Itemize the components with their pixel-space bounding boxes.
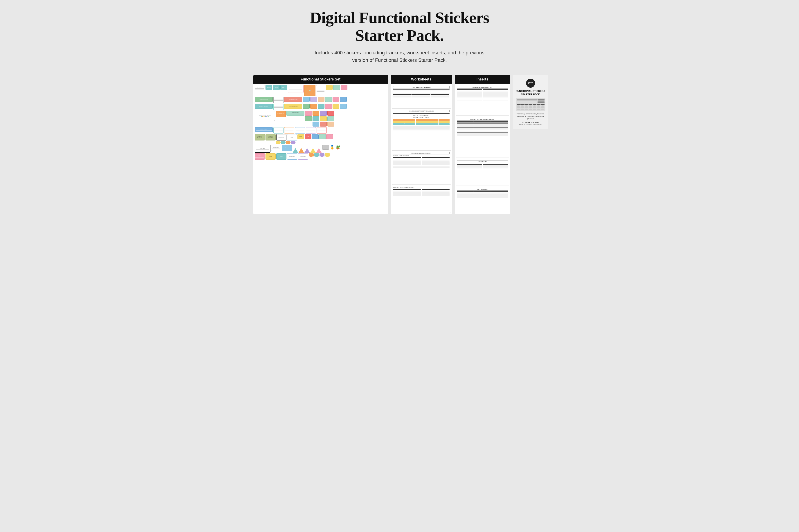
insert-budget: MONTHLY BILL AND BUDGET TRACKER: [456, 117, 509, 158]
sticker-mini-group-2: [312, 111, 319, 127]
triangle-yellow: [310, 148, 316, 153]
sticker-item: [303, 97, 310, 102]
ws-30-day-title: CREATE YOUR OWN 30 DAY CHALLENGE: [393, 110, 450, 112]
sticker-item: 📊: [304, 85, 315, 96]
cover-cal-headers: [516, 104, 545, 105]
ws-col-1: [393, 94, 412, 98]
insert-packing-col-1: [457, 164, 483, 170]
tag-purple: [320, 153, 325, 156]
stickers-content: TO DO LIST TRACKER NOTES HABIT BILL TR: [253, 83, 388, 214]
ws-30-day-italic: CREATE YOUR OWN30-DAY CHALLENGE: [393, 114, 450, 118]
sticker-item: [310, 97, 317, 102]
sticker-item: [295, 127, 305, 133]
sticker-item: [303, 104, 310, 109]
sticker-group-row6: Project Tracker Weekly TO DO TO DO: [276, 134, 335, 144]
insert-budget-title: MONTHLY BILL AND BUDGET TRACKER: [457, 118, 508, 121]
panel-cover: Passion Planner FUNCTIONAL STICKERS STAR…: [513, 75, 548, 129]
cover-sticker-count: 147 DIGITAL STICKERS: [522, 121, 539, 123]
insert-budget-col-2: [474, 121, 491, 136]
sticker-arrow-orange: [286, 141, 291, 144]
sticker-triangles: [293, 145, 322, 153]
sticker-item: [312, 134, 319, 139]
sticker-mini-group-4: [327, 111, 334, 127]
sticker-item: [306, 127, 316, 133]
sticker-item: BOOKS I'VE READ: [255, 127, 273, 132]
insert-col-1: [457, 89, 483, 100]
tag-orange: [309, 153, 314, 156]
insert-gift-col-2: [474, 191, 491, 198]
ws-travel: TRAVEL PLANNING WORKSHEET OUTLINE YOUR I…: [392, 150, 451, 185]
sticker-row-5: BOOKS I'VE READ: [255, 127, 386, 133]
sticker-item: MOTIVATION PLAN: [255, 97, 273, 102]
sticker-item: [318, 104, 325, 109]
insert-packing-col-2: [483, 164, 508, 170]
sticker-item: [312, 111, 319, 116]
sticker-item: [322, 145, 329, 150]
sticker-item: [284, 127, 294, 133]
cover-preview-row-1: [516, 99, 545, 103]
insert-gift-col-1: [457, 191, 474, 198]
tag-teal: [314, 153, 319, 156]
sticker-row-4: MONTHLY MOOD TRACKER 30 DAYS TO DO: [255, 111, 386, 127]
sticker-row-8: LABEL LABEL LABEL Project Cancel Project…: [255, 153, 386, 159]
sticker-item: BOOKS TO GET: [287, 111, 305, 116]
ws-30-day: CREATE YOUR OWN 30 DAY CHALLENGE CREATE …: [392, 108, 451, 149]
sticker-item: Project Tracker: [276, 134, 287, 140]
insert-gift-trackers-title: GIFT TRACKERS: [457, 188, 508, 191]
sticker-item: HABIT: [280, 85, 287, 90]
insert-meal-plan: MEAL PLAN AND GROCERY LIST: [456, 85, 509, 115]
sticker-item: [325, 104, 332, 109]
sticker-item: ✓: [326, 85, 332, 90]
sticker-item: Sharing: [282, 145, 292, 151]
triangle-orange: [298, 148, 304, 153]
insert-packing: PACKING LIST: [456, 159, 509, 186]
sticker-item: [320, 116, 327, 121]
panel-stickers: Functional Stickers Set TO DO LIST TRACK…: [253, 75, 388, 214]
sticker-row-7: Project Cancel Project Cancel Sharing: [255, 145, 386, 153]
sticker-row-2: MOTIVATION PLAN GROCERY TRACKER: [255, 97, 386, 103]
ws-dream-right-lines: [422, 191, 450, 196]
sticker-item: Project Cancel: [287, 153, 297, 159]
sticker-tags: [309, 153, 330, 159]
ws-30-day-grid: [393, 119, 450, 125]
sticker-item: [316, 85, 325, 96]
cover-title: FUNCTIONAL STICKERS STARTER PACK: [516, 90, 545, 96]
insert-meal-plan-table: [457, 89, 508, 100]
page-wrapper: Digital Functional Stickers Starter Pack…: [253, 9, 546, 214]
cover-preview-side: [538, 99, 545, 103]
cover-cal-rows: [516, 106, 545, 110]
insert-budget-col-3: [491, 121, 508, 136]
sticker-item: MONTHLY MOOD TRACKER: [255, 111, 275, 121]
sticker-item: GROCERY TRACKER: [284, 97, 302, 102]
sticker-mini-group: [305, 111, 312, 127]
ws-self-love-table: [393, 94, 450, 98]
sticker-item: [319, 134, 326, 139]
sticker-row-6: CURRENT PLAYLIST CURRENT PLAYLIST Projec…: [255, 134, 386, 144]
page-subtitle: Includes 400 stickers - including tracke…: [312, 49, 487, 64]
sticker-item: Project Cancel: [255, 145, 270, 153]
sticker-item: [305, 111, 312, 116]
insert-gift-trackers: GIFT TRACKERS: [456, 187, 509, 213]
sticker-item: [341, 85, 347, 90]
inserts-content: MEAL PLAN AND GROCERY LIST: [455, 83, 510, 214]
panel-inserts: Inserts MEAL PLAN AND GROCERY LIST: [455, 75, 510, 214]
ws-travel-subtitle: OUTLINE YOUR ITINERARY: [393, 155, 450, 156]
sticker-item: LABEL: [266, 153, 276, 159]
ws-dream-heading: BRING YOUR DREAM INTO REALITY: [393, 187, 450, 188]
sticker-arrow-teal: [281, 141, 286, 144]
cover-description: Trackers, planner inserts, headers, and …: [516, 113, 545, 120]
sticker-item: [310, 104, 317, 109]
sticker-item: 30 DAYS TO DO: [276, 111, 286, 117]
sticker-item: [327, 121, 334, 127]
ws-travel-cols: [393, 157, 450, 165]
sticker-arrow-purple: [291, 141, 296, 144]
sticker-arrow-yellow: [276, 141, 281, 144]
stickers-panel-header: Functional Stickers Set: [253, 75, 388, 83]
inserts-panel-header: Inserts: [455, 75, 510, 83]
cover-logo-text: Passion Planner: [526, 81, 535, 85]
cover-preview: [516, 98, 545, 111]
sticker-item: [333, 85, 340, 90]
insert-budget-col-1: [457, 121, 474, 136]
ws-dream-layout: [393, 189, 450, 196]
triangle-pink: [316, 148, 322, 153]
